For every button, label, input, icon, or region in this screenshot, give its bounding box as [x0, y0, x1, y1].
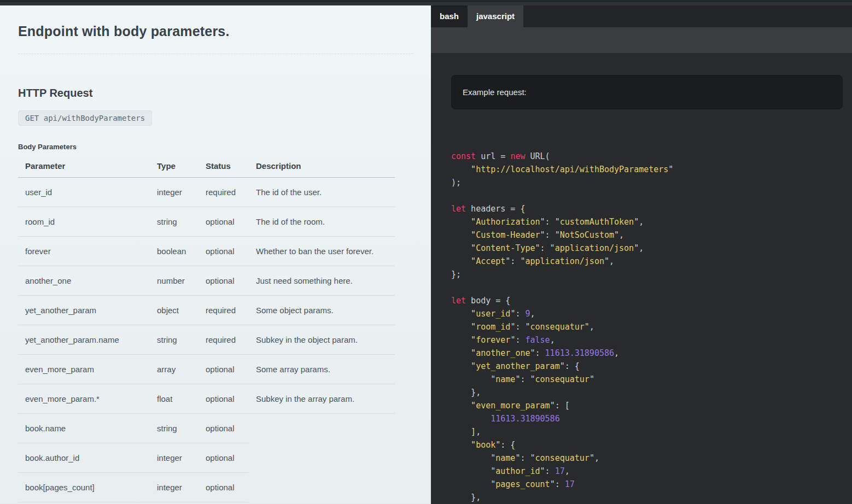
param-description-cell: Subkey in the object param. — [249, 325, 395, 355]
param-description-cell: Whether to ban the user forever. — [249, 237, 395, 266]
param-status-cell: optional — [199, 237, 249, 266]
code-line: }, — [451, 386, 843, 399]
table-header-row: ParameterTypeStatusDescription — [18, 159, 395, 178]
top-bar — [0, 0, 852, 5]
param-name-cell: even_more_param — [18, 355, 150, 384]
endpoint-badge: GET api/withBodyParameters — [18, 110, 152, 126]
code-line: "book": { — [451, 438, 843, 452]
param-description-cell: The id of the user. — [249, 178, 395, 207]
code-line: ); — [451, 176, 843, 189]
table-row: even_more_paramarrayoptionalSome array p… — [18, 355, 395, 384]
param-type-cell: integer — [150, 178, 199, 207]
param-name-cell: user_id — [18, 178, 150, 207]
param-name-cell: forever — [18, 237, 150, 266]
title-divider — [18, 54, 413, 54]
code-line: "name": "consequatur" — [451, 373, 843, 386]
table-row: yet_another_paramobjectrequiredSome obje… — [18, 296, 395, 325]
param-type-cell: object — [150, 296, 199, 325]
tab-bar-extension — [431, 27, 852, 53]
param-name-cell: even_more_param.* — [18, 384, 150, 414]
param-status-cell: optional — [199, 384, 249, 414]
param-description-cell: The id of the room. — [249, 207, 395, 237]
code-line — [451, 281, 843, 294]
code-line: const url = new URL( — [451, 150, 843, 163]
param-description-cell — [249, 443, 395, 473]
param-type-cell: number — [150, 266, 199, 296]
param-type-cell: integer — [150, 473, 199, 502]
param-description-cell — [249, 473, 395, 502]
param-status-cell: optional — [199, 266, 249, 296]
page-title: Endpoint with body parameters. — [18, 24, 413, 39]
code-line: "another_one": 11613.31890586, — [451, 347, 843, 360]
language-tab-bar: bashjavascript — [431, 5, 852, 27]
param-type-cell: string — [150, 414, 199, 443]
param-status-cell: optional — [199, 414, 249, 443]
code-line: "name": "consequatur", — [451, 452, 843, 465]
code-line — [451, 189, 843, 202]
param-description-cell: Some object params. — [249, 296, 395, 325]
param-status-cell: optional — [199, 207, 249, 237]
param-name-cell: room_id — [18, 207, 150, 237]
body-parameters-table: ParameterTypeStatusDescription user_idin… — [18, 159, 395, 502]
param-name-cell: book[pages_count] — [18, 473, 150, 502]
code-line: "Custom-Header": "NotSoCustom", — [451, 228, 843, 242]
param-status-cell: optional — [199, 355, 249, 384]
column-header: Type — [150, 159, 199, 178]
table-row: yet_another_param.namestringrequiredSubk… — [18, 325, 395, 355]
code-line: "forever": false, — [451, 333, 843, 347]
table-row: book.author_idintegeroptional — [18, 443, 395, 473]
code-line: ], — [451, 425, 843, 438]
code-line: "http://localhost/api/withBodyParameters… — [451, 163, 843, 176]
code-line: "even_more_param": [ — [451, 399, 843, 412]
column-header: Description — [249, 159, 395, 178]
param-type-cell: string — [150, 207, 199, 237]
param-name-cell: book.author_id — [18, 443, 150, 473]
table-row: another_onenumberoptionalJust need somet… — [18, 266, 395, 296]
param-description-cell: Just need something here. — [249, 266, 395, 296]
param-description-cell: Subkey in the array param. — [249, 384, 395, 414]
table-row: room_idstringoptionalThe id of the room. — [18, 207, 395, 237]
body-parameters-rows: user_idintegerrequiredThe id of the user… — [18, 178, 395, 502]
http-request-heading: HTTP Request — [18, 87, 413, 99]
code-line: "Content-Type": "application/json", — [451, 242, 843, 255]
param-description-cell — [249, 414, 395, 443]
code-line: }; — [451, 268, 843, 281]
column-header: Parameter — [18, 159, 150, 178]
param-name-cell: yet_another_param — [18, 296, 150, 325]
example-request-panel: Example request: — [451, 75, 843, 109]
example-request-label: Example request: — [463, 87, 527, 97]
param-name-cell: book.name — [18, 414, 150, 443]
param-status-cell: required — [199, 325, 249, 355]
example-requests-column: bashjavascript Example request: const ur… — [431, 5, 852, 504]
param-name-cell: yet_another_param.name — [18, 325, 150, 355]
code-line: "Authorization": "customAuthToken", — [451, 215, 843, 228]
table-row: user_idintegerrequiredThe id of the user… — [18, 178, 395, 207]
param-type-cell: string — [150, 325, 199, 355]
param-status-cell: optional — [199, 443, 249, 473]
table-row: book[pages_count]integeroptional — [18, 473, 395, 502]
table-row: foreverbooleanoptionalWhether to ban the… — [18, 237, 395, 266]
code-line: "yet_another_param": { — [451, 360, 843, 373]
body-parameters-label: Body Parameters — [18, 143, 413, 151]
code-line: }, — [451, 491, 843, 504]
tab-javascript[interactable]: javascript — [468, 5, 523, 27]
param-type-cell: array — [150, 355, 199, 384]
param-status-cell: required — [199, 296, 249, 325]
code-line: 11613.31890586 — [451, 412, 843, 425]
param-type-cell: boolean — [150, 237, 199, 266]
docs-content-column: Endpoint with body parameters. HTTP Requ… — [0, 5, 431, 504]
param-status-cell: optional — [199, 473, 249, 502]
param-status-cell: required — [199, 178, 249, 207]
code-line: "Accept": "application/json", — [451, 255, 843, 268]
code-line: let headers = { — [451, 202, 843, 215]
code-block: const url = new URL( "http://localhost/a… — [451, 150, 843, 504]
param-type-cell: float — [150, 384, 199, 414]
example-request-area: Example request: const url = new URL( "h… — [431, 53, 852, 504]
code-line: let body = { — [451, 294, 843, 307]
code-line: "room_id": "consequatur", — [451, 320, 843, 333]
tab-bash[interactable]: bash — [431, 5, 468, 27]
param-name-cell: another_one — [18, 266, 150, 296]
column-header: Status — [199, 159, 249, 178]
code-line: "user_id": 9, — [451, 307, 843, 320]
param-description-cell: Some array params. — [249, 355, 395, 384]
